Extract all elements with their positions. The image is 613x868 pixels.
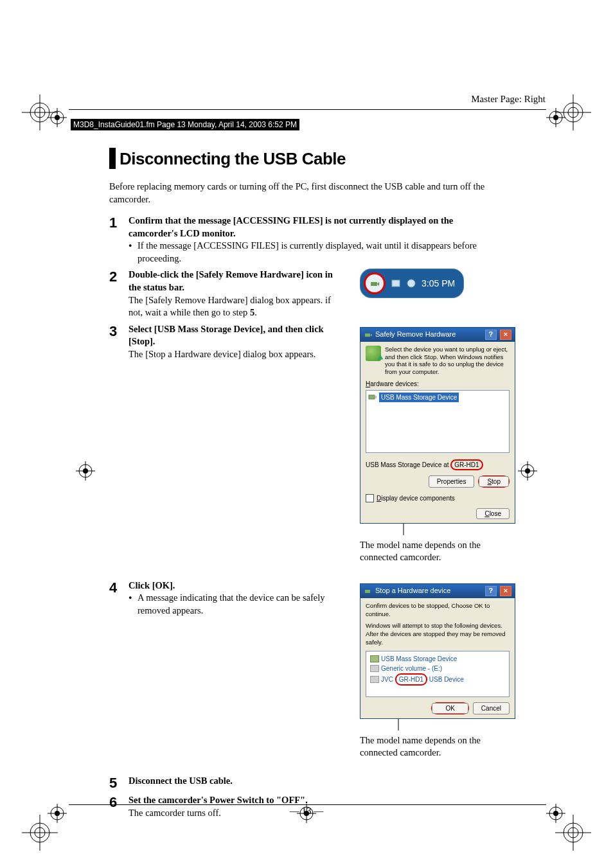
step-3-heading: Select [USB Mass Storage Device], and th… xyxy=(129,323,347,348)
intro-text: Before replacing memory cards or turning… xyxy=(109,181,501,206)
step-4-bullet: A message indicating that the device can… xyxy=(129,592,347,617)
tray-icon xyxy=(406,278,416,288)
usb-device-icon xyxy=(370,655,379,662)
reg-mark-mid-left xyxy=(76,461,95,481)
ok-button[interactable]: OK xyxy=(432,703,468,714)
step-number: 3 xyxy=(109,323,129,339)
volume-icon xyxy=(370,665,379,672)
step-5-heading: Disconnect the USB cable. xyxy=(129,775,501,788)
header-rule xyxy=(69,109,546,110)
stop-button-highlight: Stop xyxy=(478,475,510,488)
dialog-title-text: Safely Remove Hardware xyxy=(375,330,456,339)
dialog-icon xyxy=(364,330,373,339)
svg-rect-47 xyxy=(365,333,370,337)
dialog2-desc2: Windows will attempt to stop the followi… xyxy=(366,622,510,646)
dialog1-caption: The model name depends on the connected … xyxy=(360,539,515,564)
hardware-list[interactable]: USB Mass Storage Device xyxy=(366,390,510,453)
step-5: 5 Disconnect the USB cable. xyxy=(109,775,501,790)
footer-rule xyxy=(69,804,546,805)
section-title-block: Disconnecting the USB Cable xyxy=(109,148,501,169)
dialog-header-icon xyxy=(366,346,381,361)
help-button[interactable]: ? xyxy=(485,330,497,340)
callout-line xyxy=(360,524,514,535)
hardware-devices-label: HHardware devices:ardware devices: xyxy=(366,380,510,389)
dialog-titlebar: Stop a Hardware device ? × xyxy=(360,584,515,598)
device-location-text: USB Mass Storage Device at GR-HD1 xyxy=(366,459,510,471)
reg-mark-tl-inner xyxy=(48,108,67,127)
dialog-icon xyxy=(364,587,373,596)
step-1: 1 Confirm that the message [ACCESSING FI… xyxy=(109,215,501,265)
header-filename: M3D8_InstaGuide01.fm Page 13 Monday, Apr… xyxy=(71,119,299,130)
dialog-titlebar: Safely Remove Hardware ? × xyxy=(360,328,515,342)
stop-device-list[interactable]: USB Mass Storage Device Generic volume -… xyxy=(366,651,510,697)
step-1-bullet: If the message [ACCESSING FILES] is curr… xyxy=(129,240,501,265)
step-4-heading: Click [OK]. xyxy=(129,580,347,592)
page-number: — 13 — xyxy=(0,806,613,817)
model-highlight: GR-HD1 xyxy=(450,459,483,471)
usb-device-icon xyxy=(368,393,377,401)
help-button[interactable]: ? xyxy=(485,586,497,596)
step-2-heading: Double-click the [Safely Remove Hardware… xyxy=(129,269,347,294)
reg-mark-mid-right xyxy=(518,461,537,481)
dialog2-caption: The model name depends on the connected … xyxy=(360,734,515,759)
display-components-checkbox[interactable] xyxy=(366,494,374,502)
dialog-desc: Select the device you want to unplug or … xyxy=(385,346,510,376)
ok-button-highlight: OK xyxy=(431,702,468,714)
dialog2-desc1: Confirm devices to be stopped, Choose OK… xyxy=(366,602,510,619)
stop-button[interactable]: Stop xyxy=(479,476,509,487)
svg-rect-45 xyxy=(392,280,400,287)
safely-remove-icon xyxy=(364,272,386,294)
stop-hardware-dialog: Stop a Hardware device ? × Confirm devic… xyxy=(360,583,515,719)
close-button[interactable]: × xyxy=(500,586,511,596)
properties-button[interactable]: Properties xyxy=(429,475,475,488)
reg-mark-tr-inner xyxy=(546,108,565,127)
svg-rect-48 xyxy=(369,395,375,399)
step-number: 4 xyxy=(109,580,129,595)
svg-rect-51 xyxy=(365,590,370,593)
systray-screenshot: 3:05 PM xyxy=(360,269,464,298)
callout-line xyxy=(360,719,514,731)
model-highlight-2: GR-HD1 xyxy=(395,673,427,686)
step-number: 2 xyxy=(109,269,129,284)
step-3-body: The [Stop a Hardware device] dialog box … xyxy=(129,348,347,361)
svg-rect-44 xyxy=(371,282,377,286)
close-dialog-button[interactable]: Close xyxy=(476,508,510,519)
section-title-bar xyxy=(109,148,116,169)
systray-time: 3:05 PM xyxy=(422,278,455,290)
dialog-title-text: Stop a Hardware device xyxy=(375,586,450,596)
step-2-body: The [Safely Remove Hardware] dialog box … xyxy=(129,294,347,319)
tray-icon xyxy=(391,278,401,288)
close-button[interactable]: × xyxy=(500,330,511,340)
device-icon xyxy=(370,676,379,683)
dialog2-item3: JVC GR-HD1 USB Device xyxy=(381,673,464,686)
master-page-label: Master Page: Right xyxy=(471,94,546,105)
svg-rect-49 xyxy=(375,396,377,398)
step-number: 5 xyxy=(109,775,129,790)
display-components-label: Display device components xyxy=(377,494,455,503)
safely-remove-dialog: Safely Remove Hardware ? × Select the de… xyxy=(360,327,515,524)
step-3: 3 Select [USB Mass Storage Device], and … xyxy=(109,323,501,564)
step-number: 1 xyxy=(109,215,129,230)
cancel-button[interactable]: Cancel xyxy=(473,702,510,714)
step-4: 4 Click [OK]. A message indicating that … xyxy=(109,580,501,759)
step-2: 2 Double-click the [Safely Remove Hardwa… xyxy=(109,269,501,319)
step-1-heading: Confirm that the message [ACCESSING FILE… xyxy=(129,215,501,240)
list-item-selected: USB Mass Storage Device xyxy=(379,393,459,403)
svg-point-46 xyxy=(407,279,415,287)
section-title: Disconnecting the USB Cable xyxy=(120,148,346,169)
